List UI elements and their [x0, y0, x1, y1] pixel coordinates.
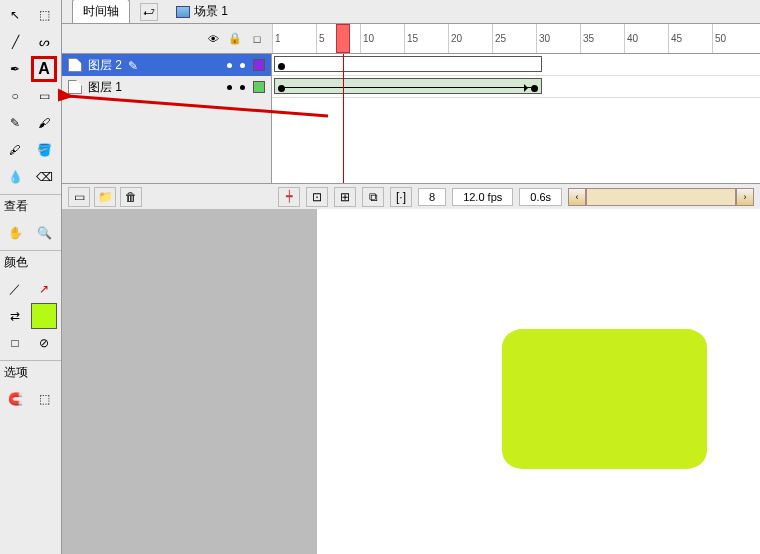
main-area: 时间轴 ⮐ 场景 1 👁 🔒 □ 1 5 10 15 20 25 30 35 4… — [62, 0, 760, 554]
snap-option[interactable]: 🧲 — [2, 386, 28, 412]
fill-color-none[interactable]: ↗ — [31, 276, 57, 302]
scene-icon — [176, 6, 190, 18]
lasso-icon: ᔕ — [39, 35, 50, 49]
swap-colors[interactable]: ⇄ — [2, 303, 28, 329]
color-section-label: 颜色 — [0, 250, 61, 274]
brush-tool[interactable]: 🖌 — [31, 110, 57, 136]
stage[interactable] — [317, 209, 760, 554]
ruler-tick: 35 — [580, 24, 624, 53]
ruler-tick: 30 — [536, 24, 580, 53]
frame-rate: 12.0 fps — [452, 188, 513, 206]
text-icon: A — [38, 60, 50, 78]
options-section-label: 选项 — [0, 360, 61, 384]
scene-crumb[interactable]: 场景 1 — [168, 0, 236, 23]
pencil-tool[interactable]: ✎ — [2, 110, 28, 136]
newlayer-icon: ▭ — [74, 190, 85, 204]
rect-icon: ▭ — [39, 89, 50, 103]
pencil-icon: ✎ — [10, 116, 20, 130]
visibility-dot[interactable] — [227, 85, 232, 90]
layer-name: 图层 1 — [88, 79, 122, 96]
option2-icon: ⬚ — [39, 392, 50, 406]
tween-span[interactable] — [274, 78, 542, 94]
new-layer-button[interactable]: ▭ — [68, 187, 90, 207]
outline-icon[interactable]: □ — [250, 32, 264, 46]
lock-dot[interactable] — [240, 85, 245, 90]
layer-columns-header: 👁 🔒 □ — [62, 24, 272, 54]
back-icon: ⮐ — [143, 5, 155, 19]
line-tool[interactable]: ╱ — [2, 29, 28, 55]
center-frame-button[interactable]: ┿ — [278, 187, 300, 207]
lock-icon[interactable]: 🔒 — [228, 32, 242, 46]
drawn-shape[interactable] — [502, 329, 707, 469]
zoom-tool[interactable]: 🔍 — [31, 220, 57, 246]
timeline-tab[interactable]: 时间轴 — [72, 0, 130, 23]
stroke-icon: ／ — [9, 281, 21, 298]
new-folder-button[interactable]: 📁 — [94, 187, 116, 207]
timeline-panel: 👁 🔒 □ 1 5 10 15 20 25 30 35 40 45 50 — [62, 24, 760, 209]
default-icon: □ — [11, 336, 18, 350]
rectangle-tool[interactable]: ▭ — [31, 83, 57, 109]
oval-icon: ○ — [11, 89, 18, 103]
swap-icon: ⇄ — [10, 309, 20, 323]
keyframe[interactable] — [531, 85, 538, 92]
layer-icon — [68, 58, 82, 72]
arrow-icon: ↖ — [10, 8, 20, 22]
paint-bucket-tool[interactable]: 🪣 — [31, 137, 57, 163]
hand-icon: ✋ — [8, 226, 23, 240]
tween-arrow — [285, 87, 531, 88]
playhead[interactable] — [336, 24, 350, 53]
track-area[interactable] — [272, 54, 760, 183]
text-tool[interactable]: A — [31, 56, 57, 82]
scene-back-button[interactable]: ⮐ — [140, 3, 158, 21]
nofill-icon: ↗ — [39, 282, 49, 296]
onion-outline-button[interactable]: ⊞ — [334, 187, 356, 207]
delete-layer-button[interactable]: 🗑 — [120, 187, 142, 207]
view-section-label: 查看 — [0, 194, 61, 218]
default-colors[interactable]: □ — [2, 330, 28, 356]
layer-row[interactable]: 图层 2 ✎ — [62, 54, 271, 76]
lasso-tool[interactable]: ᔕ — [31, 29, 57, 55]
eraser-tool[interactable]: ⌫ — [31, 164, 57, 190]
frame-ruler[interactable]: 1 5 10 15 20 25 30 35 40 45 50 — [272, 24, 760, 54]
pencil-icon: ✎ — [128, 59, 140, 71]
smooth-option[interactable]: ⬚ — [31, 386, 57, 412]
layer-name: 图层 2 — [88, 57, 122, 74]
visibility-dot[interactable] — [227, 63, 232, 68]
modify-markers-button[interactable]: [·] — [390, 187, 412, 207]
keyframe[interactable] — [278, 63, 285, 70]
scroll-track[interactable] — [586, 188, 736, 206]
scroll-left-button[interactable]: ‹ — [568, 188, 586, 206]
selection-tool[interactable]: ↖ — [2, 2, 28, 28]
fill-color-swatch[interactable] — [31, 303, 57, 329]
frame-span[interactable] — [274, 56, 542, 72]
top-tab-bar: 时间轴 ⮐ 场景 1 — [62, 0, 760, 24]
stroke-color[interactable]: ／ — [2, 276, 28, 302]
ink-bottle-tool[interactable]: 🖋 — [2, 137, 28, 163]
folder-icon: 📁 — [98, 190, 113, 204]
track-row — [272, 76, 760, 98]
scroll-right-button[interactable]: › — [736, 188, 754, 206]
lock-dot[interactable] — [240, 63, 245, 68]
subselect-icon: ⬚ — [39, 8, 50, 22]
eyedropper-tool[interactable]: 💧 — [2, 164, 28, 190]
onion-skin-button[interactable]: ⊡ — [306, 187, 328, 207]
ruler-tick: 10 — [360, 24, 404, 53]
bracket-icon: [·] — [396, 190, 406, 204]
ruler-tick: 45 — [668, 24, 712, 53]
timeline-scrollbar[interactable]: ‹ › — [568, 188, 754, 206]
stage-container — [62, 209, 760, 554]
layer-color-swatch[interactable] — [253, 81, 265, 93]
edit-multiple-button[interactable]: ⧉ — [362, 187, 384, 207]
layer-color-swatch[interactable] — [253, 59, 265, 71]
keyframe[interactable] — [278, 85, 285, 92]
no-color[interactable]: ⊘ — [31, 330, 57, 356]
layer-row[interactable]: 图层 1 — [62, 76, 271, 98]
tools-panel: ↖ ⬚ ╱ ᔕ ✒ A ○ ▭ ✎ 🖌 🖋 🪣 💧 ⌫ 查看 ✋ 🔍 颜色 ／ … — [0, 0, 62, 554]
line-icon: ╱ — [12, 35, 19, 49]
playhead-line — [343, 54, 344, 183]
eye-icon[interactable]: 👁 — [206, 32, 220, 46]
pen-tool[interactable]: ✒ — [2, 56, 28, 82]
hand-tool[interactable]: ✋ — [2, 220, 28, 246]
subselection-tool[interactable]: ⬚ — [31, 2, 57, 28]
oval-tool[interactable]: ○ — [2, 83, 28, 109]
